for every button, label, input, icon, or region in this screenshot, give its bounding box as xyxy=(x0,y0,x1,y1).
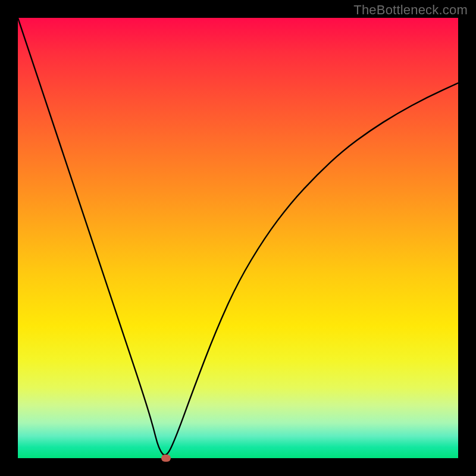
minimum-marker xyxy=(161,455,171,462)
watermark-label: TheBottleneck.com xyxy=(353,2,468,18)
bottleneck-curve xyxy=(18,18,458,458)
plot-area xyxy=(18,18,458,458)
chart-frame: TheBottleneck.com xyxy=(0,0,476,476)
